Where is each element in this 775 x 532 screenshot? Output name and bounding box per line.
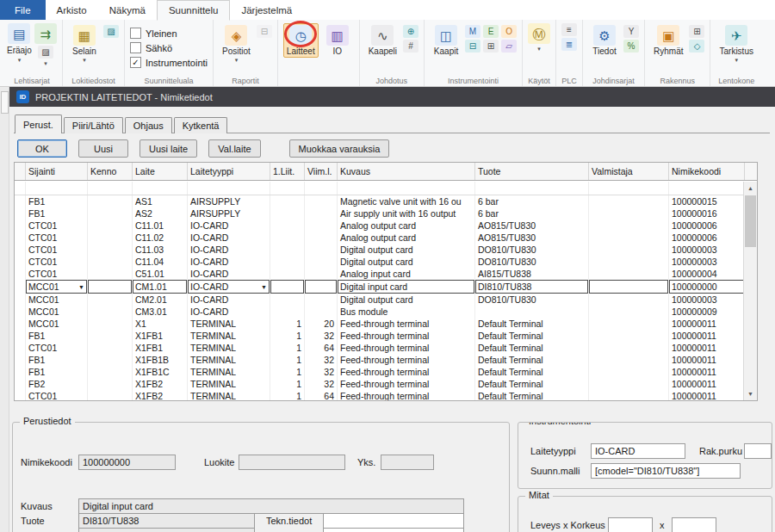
table-row[interactable]: CTC01C11.02IO-CARDAnalog output cardAO81… xyxy=(15,232,743,244)
cell-laitetyyppi[interactable]: AIRSUPPLY xyxy=(188,207,270,220)
cell-laitetyyppi[interactable]: IO-CARD xyxy=(188,244,270,256)
cell-1liit[interactable] xyxy=(270,294,305,306)
cell-tuote[interactable]: DO810/TU830 xyxy=(475,294,589,306)
cell-kenno[interactable] xyxy=(88,256,133,268)
rak-purku-field[interactable] xyxy=(744,443,772,459)
selain-dropdown-icon[interactable]: ▾ xyxy=(83,57,86,63)
cell-1liit[interactable]: 1 xyxy=(270,330,305,342)
cell-tuote[interactable]: Default Terminal xyxy=(475,330,589,342)
ryhmat-button[interactable]: ▣ Ryhmät xyxy=(650,23,686,58)
column-header-nimikekoodi[interactable]: Nimikekoodi xyxy=(669,163,745,180)
cell-laite[interactable]: X1FB2 xyxy=(133,378,188,390)
table-row[interactable]: FB1AS2AIRSUPPLYAir supply unit with 16 o… xyxy=(15,207,743,220)
cell-valmistaja[interactable] xyxy=(589,366,669,378)
globe-icon[interactable]: ⊕ xyxy=(403,25,418,38)
cell-laite[interactable]: C11.02 xyxy=(133,232,188,244)
positiot-button[interactable]: ◈ Positiot ▾ xyxy=(219,23,254,65)
cell-laitetyyppi[interactable]: IO-CARD xyxy=(188,294,270,306)
cell-kenno[interactable] xyxy=(88,330,133,342)
cell-sijainti[interactable]: MCC01▼ xyxy=(26,280,88,294)
cell-1liit[interactable] xyxy=(270,244,305,256)
cell-valmistaja[interactable] xyxy=(589,390,669,400)
cell-kuvaus[interactable]: Digital output card xyxy=(338,294,475,306)
cell-kenno[interactable] xyxy=(88,280,133,294)
cell-laitetyyppi[interactable]: TERMINAL xyxy=(188,330,270,342)
cell-tuote[interactable]: AI815/TU838 xyxy=(475,268,589,280)
cell-nimikekoodi[interactable] xyxy=(669,182,743,195)
kuvaus-field[interactable]: Digital input card xyxy=(78,498,464,514)
cell-laitetyyppi[interactable]: TERMINAL xyxy=(188,390,270,400)
table-row[interactable]: CTC01C11.04IO-CARDDigital output cardDO8… xyxy=(15,256,743,268)
cell-viiml[interactable]: 20 xyxy=(305,318,338,330)
cell-sijainti[interactable]: CTC01 xyxy=(26,268,88,280)
cell-valmistaja[interactable] xyxy=(589,244,669,256)
checkbox-instrumentointi[interactable]: ✓ Instrumentointi xyxy=(130,57,208,68)
cell-laitetyyppi[interactable]: IO-CARD xyxy=(188,268,270,280)
sahko-checkbox[interactable] xyxy=(130,42,141,53)
cell-kenno[interactable] xyxy=(88,354,133,366)
cell-nimikekoodi[interactable]: 100000003 xyxy=(669,244,743,256)
cell-viiml[interactable] xyxy=(305,207,338,220)
table-row[interactable]: MCC01▼CM1.01IO-CARD▼Digital input cardDI… xyxy=(15,280,743,294)
kaapeli-button[interactable]: ∿ Kaapeli xyxy=(365,23,400,58)
cell-kenno[interactable] xyxy=(88,268,133,280)
cell-laite[interactable]: C11.04 xyxy=(133,256,188,268)
e-export-icon[interactable]: E xyxy=(483,25,499,38)
cell-valmistaja[interactable] xyxy=(589,220,669,232)
cell-1liit[interactable] xyxy=(270,256,305,268)
motor-icon[interactable]: Ⓜ xyxy=(528,23,550,44)
cell-kuvaus[interactable]: Air supply unit with 16 output xyxy=(338,207,475,220)
cell-tuote[interactable]: Default Terminal xyxy=(475,354,589,366)
cell-kenno[interactable] xyxy=(88,342,133,354)
table-row[interactable]: MCC01CM2.01IO-CARDDigital output cardDO8… xyxy=(15,294,743,306)
cell-sijainti[interactable]: CTC01 xyxy=(26,390,88,400)
table-row[interactable]: CTC01C51.01IO-CARDAnalog input cardAI815… xyxy=(15,268,743,280)
sheet-series-icon[interactable]: ⇉ xyxy=(34,23,57,44)
table-row[interactable]: FB1AS1AIRSUPPLYMagnetic valve unit with … xyxy=(15,195,743,207)
table-row[interactable]: MCC01CM3.01IO-CARDBus module100000009 xyxy=(15,306,743,318)
laitteet-button[interactable]: ◷ Laitteet xyxy=(283,23,319,58)
plc-map-icon[interactable]: ≣ xyxy=(561,38,577,51)
cell-valmistaja[interactable] xyxy=(589,378,669,390)
cell-viiml[interactable]: 32 xyxy=(305,330,338,342)
cell-valmistaja[interactable] xyxy=(589,294,669,306)
cell-tuote[interactable]: AO815/TU830 xyxy=(475,232,589,244)
cell-kuvaus[interactable]: Feed-through terminal xyxy=(338,330,475,342)
ribbon-tab-jarjestelma[interactable]: Järjestelmä xyxy=(230,0,303,20)
cell-viiml[interactable] xyxy=(305,244,338,256)
table-row[interactable]: CTC01C11.01IO-CARDAnalog output cardAO81… xyxy=(15,220,743,232)
o-export-icon[interactable]: O xyxy=(501,25,517,38)
cell-laitetyyppi[interactable]: TERMINAL xyxy=(188,378,270,390)
cell-laite[interactable]: C11.03 xyxy=(133,244,188,256)
tiedot-button[interactable]: ⚙ Tiedot xyxy=(588,23,621,58)
cell-kuvaus[interactable]: Feed-through terminal xyxy=(338,318,475,330)
window-titlebar[interactable]: ID PROJEKTIN LAITETIEDOT - Nimiketiedot xyxy=(9,87,775,107)
column-header-tuote[interactable]: Tuote xyxy=(475,163,589,180)
cell-viiml[interactable] xyxy=(305,182,338,195)
cell-1liit[interactable]: 1 xyxy=(270,390,305,400)
cell-sijainti[interactable]: CTC01 xyxy=(26,232,88,244)
cell-laite[interactable] xyxy=(133,182,188,195)
cell-sijainti[interactable]: CTC01 xyxy=(26,220,88,232)
cell-valmistaja[interactable] xyxy=(589,306,669,318)
cell-kuvaus[interactable]: Feed-through terminal xyxy=(338,378,475,390)
suunn-malli-field[interactable]: [cmodel="DI810/TU838"] xyxy=(591,463,741,479)
cell-sijainti[interactable]: FB2 xyxy=(26,378,88,390)
cell-viiml[interactable] xyxy=(305,195,338,207)
grid-plus-icon[interactable]: ⊞ xyxy=(689,25,704,38)
cell-viiml[interactable] xyxy=(305,294,338,306)
cell-nimikekoodi[interactable]: 100000000 xyxy=(669,280,743,294)
cell-sijainti[interactable]: FB1 xyxy=(26,354,88,366)
cell-1liit[interactable]: 1 xyxy=(270,378,305,390)
cell-viiml[interactable]: 64 xyxy=(305,390,338,400)
table-row[interactable]: FB1X1FB1CTERMINAL132Feed-through termina… xyxy=(15,366,743,378)
batch-run-icon[interactable]: ▤ xyxy=(8,23,30,44)
cell-1liit[interactable] xyxy=(270,195,305,207)
table-row[interactable]: FB2X1FB2TERMINAL132Feed-through terminal… xyxy=(15,378,743,390)
cell-tuote[interactable]: Default Terminal xyxy=(475,366,589,378)
cell-tuote[interactable] xyxy=(475,182,589,195)
cell-viiml[interactable] xyxy=(305,268,338,280)
cell-kenno[interactable] xyxy=(88,390,133,400)
cell-viiml[interactable] xyxy=(305,306,338,318)
cell-laite[interactable]: X1FB1 xyxy=(133,330,188,342)
